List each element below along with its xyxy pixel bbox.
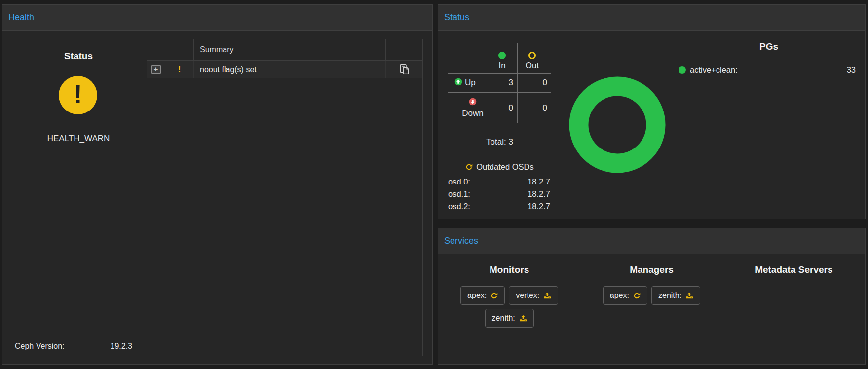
refresh-icon bbox=[491, 292, 498, 299]
services-panel-header: Services bbox=[438, 228, 865, 254]
managers-heading: Managers bbox=[580, 264, 722, 275]
pgs-legend-value: 33 bbox=[847, 65, 859, 74]
service-badge-mgr-zenith: zenith: bbox=[651, 286, 700, 305]
active-clean-dot-icon bbox=[679, 66, 686, 74]
pgs-heading: PGs bbox=[679, 41, 859, 52]
services-panel-title: Services bbox=[444, 236, 478, 246]
status-panel-header: Status bbox=[438, 5, 865, 31]
osd-up-in-value: 3 bbox=[491, 74, 518, 93]
osd-row-down: Down bbox=[448, 93, 491, 123]
list-item: osd.0: 18.2.7 bbox=[448, 176, 551, 188]
health-panel-body: Status ! HEALTH_WARN Ceph Version: 19.2.… bbox=[2, 31, 432, 364]
health-status-value: HEALTH_WARN bbox=[6, 134, 151, 144]
expand-row-button[interactable]: + bbox=[151, 65, 161, 74]
warning-exclamation-icon: ! bbox=[178, 64, 181, 74]
arrow-circle-up-icon bbox=[454, 78, 462, 88]
outdated-osds-list: osd.0: 18.2.7 osd.1: 18.2.7 osd.2: 18.2.… bbox=[448, 176, 551, 213]
severity-column-header bbox=[165, 39, 194, 61]
ceph-dashboard: Health Status ! HEALTH_WARN Ceph Version… bbox=[0, 0, 868, 369]
service-badge-mon-apex: apex: bbox=[460, 286, 505, 305]
metadata-servers-group: Metadata Servers bbox=[723, 254, 865, 364]
table-row[interactable]: + ! noout flag(s) set bbox=[147, 61, 422, 78]
summary-column-header[interactable]: Summary bbox=[194, 39, 386, 61]
osd-total: Total: 3 bbox=[448, 137, 551, 147]
health-panel-title: Health bbox=[8, 12, 34, 23]
osd-row-up: Up bbox=[448, 74, 491, 93]
services-panel-body: Monitors apex: verte bbox=[438, 254, 865, 364]
osd-count-table: In Out Up 3 0 bbox=[448, 43, 551, 123]
in-dot-icon bbox=[498, 52, 506, 59]
copy-icon[interactable] bbox=[399, 64, 410, 75]
expand-column-header bbox=[147, 39, 165, 61]
outdated-osds-heading: Outdated OSDs bbox=[448, 162, 551, 172]
osd-col-out: Out bbox=[518, 43, 551, 74]
service-badge-mon-zenith: zenith: bbox=[485, 309, 534, 328]
pgs-legend-label: active+clean: bbox=[690, 65, 738, 74]
summary-cell-text: noout flag(s) set bbox=[200, 65, 257, 74]
ceph-version-value: 19.2.3 bbox=[111, 342, 132, 351]
health-panel-header: Health bbox=[2, 5, 432, 31]
osd-col-in: In bbox=[491, 43, 518, 74]
arrow-circle-down-icon bbox=[469, 98, 477, 108]
upload-icon bbox=[543, 292, 551, 299]
summary-table-header: Summary bbox=[147, 39, 422, 61]
osd-table-corner-cell bbox=[448, 43, 491, 74]
pgs-donut-chart bbox=[569, 76, 666, 173]
refresh-icon bbox=[633, 292, 641, 299]
metadata-servers-heading: Metadata Servers bbox=[723, 264, 865, 275]
monitors-group: Monitors apex: verte bbox=[438, 254, 580, 364]
list-item: osd.2: 18.2.7 bbox=[448, 200, 551, 213]
status-panel-title: Status bbox=[444, 12, 469, 23]
health-panel: Health Status ! HEALTH_WARN Ceph Version… bbox=[2, 4, 433, 365]
service-badge-mon-vertex: vertex: bbox=[509, 286, 558, 305]
ceph-version-row: Ceph Version: 19.2.3 bbox=[15, 342, 132, 351]
health-summary-table: Summary + ! noout flag(s) set bbox=[147, 39, 423, 356]
list-item: osd.1: 18.2.7 bbox=[448, 188, 551, 200]
osd-down-in-value: 0 bbox=[491, 93, 518, 123]
monitors-heading: Monitors bbox=[438, 264, 580, 275]
status-panel-body: In Out Up 3 0 bbox=[438, 31, 865, 219]
osd-down-out-value: 0 bbox=[518, 93, 551, 123]
pgs-legend-row: active+clean: 33 bbox=[679, 65, 859, 74]
osd-up-out-value: 0 bbox=[518, 74, 551, 93]
copy-column-header bbox=[386, 39, 422, 61]
health-warning-icon: ! bbox=[59, 76, 97, 114]
refresh-icon bbox=[465, 163, 473, 171]
ceph-version-label: Ceph Version: bbox=[15, 342, 65, 351]
out-ring-icon bbox=[528, 52, 536, 59]
managers-group: Managers apex: zenit bbox=[580, 254, 722, 364]
upload-icon bbox=[519, 314, 527, 322]
status-panel: Status In Out bbox=[438, 4, 866, 219]
health-status-heading: Status bbox=[6, 51, 151, 62]
upload-icon bbox=[685, 292, 693, 299]
service-badge-mgr-apex: apex: bbox=[603, 286, 647, 305]
services-panel: Services Monitors apex: bbox=[438, 228, 866, 365]
